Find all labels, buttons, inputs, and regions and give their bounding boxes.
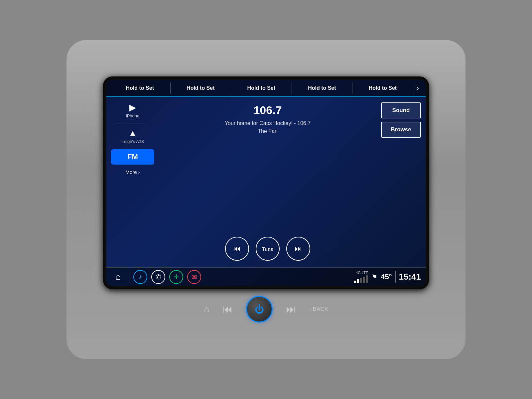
- temperature-display: 45°: [381, 273, 392, 281]
- carplay-icon: ▲: [128, 128, 137, 138]
- nav-icons: ⌂ ♪ ✆ ✛ ✉: [111, 270, 201, 284]
- power-knob[interactable]: ⏻: [246, 296, 273, 323]
- next-icon: ⏭: [295, 244, 302, 253]
- apps-icon: ✛: [174, 273, 179, 281]
- right-column: Sound Browse: [381, 101, 421, 263]
- carplay-source[interactable]: ▲ Leigh's A13: [120, 127, 145, 145]
- status-bar: ⌂ ♪ ✆ ✛ ✉: [106, 267, 426, 286]
- next-station-button[interactable]: ⏭: [286, 237, 310, 261]
- signal-bar-3: [360, 278, 362, 283]
- preset-3[interactable]: Hold to Set: [231, 82, 292, 94]
- location-icon: ⚑: [371, 273, 377, 281]
- source-divider: [115, 123, 150, 123]
- car-surround: Hold to Set Hold to Set Hold to Set Hold…: [66, 40, 466, 359]
- station-info: 106.7 Your home for Caps Hockey! - 106.7…: [225, 104, 311, 135]
- iphone-source[interactable]: ▶ iPhone: [125, 101, 141, 120]
- physical-controls: ⌂ ⏮ ⏻ ⏭ ‹ BACK: [66, 296, 466, 323]
- browse-button[interactable]: Browse: [381, 122, 421, 138]
- apps-nav-button[interactable]: ✛: [169, 270, 183, 284]
- back-label: ‹ BACK: [309, 306, 328, 313]
- home-icon: ⌂: [115, 272, 121, 282]
- signal-area: 4G LTE: [354, 271, 368, 283]
- home-nav-button[interactable]: ⌂: [111, 270, 125, 284]
- station-description-line1: Your home for Caps Hockey! - 106.7: [225, 119, 311, 127]
- more-icon: ›: [138, 169, 140, 175]
- status-right: 4G LTE ⚑ 45° 15:41: [354, 271, 421, 283]
- preset-2[interactable]: Hold to Set: [171, 82, 231, 94]
- station-frequency: 106.7: [225, 104, 311, 117]
- carplay-label: Leigh's A13: [122, 139, 144, 144]
- fm-band-button[interactable]: FM: [111, 149, 154, 165]
- station-description-line2: The Fan: [225, 127, 311, 135]
- navigation-nav-button[interactable]: ✉: [187, 270, 201, 284]
- preset-bar: Hold to Set Hold to Set Hold to Set Hold…: [106, 80, 426, 97]
- prev-icon: ⏮: [233, 244, 241, 253]
- physical-prev-button[interactable]: ⏮: [223, 304, 233, 315]
- screen-bezel: Hold to Set Hold to Set Hold to Set Hold…: [103, 76, 429, 289]
- preset-1[interactable]: Hold to Set: [110, 82, 171, 94]
- physical-next-button[interactable]: ⏭: [286, 304, 296, 315]
- preset-4[interactable]: Hold to Set: [292, 82, 353, 94]
- preset-next-button[interactable]: ›: [413, 84, 422, 92]
- status-divider: [395, 271, 396, 283]
- music-icon: ♪: [139, 273, 142, 281]
- signal-bar-2: [357, 279, 359, 283]
- sound-button[interactable]: Sound: [381, 102, 421, 118]
- left-column: ▶ iPhone ▲ Leigh's A13 FM More ›: [111, 101, 154, 263]
- preset-5[interactable]: Hold to Set: [352, 82, 413, 94]
- time-display: 15:41: [399, 272, 421, 282]
- phone-icon: ✆: [156, 273, 161, 281]
- iphone-label: iPhone: [126, 113, 139, 118]
- center-column: 106.7 Your home for Caps Hockey! - 106.7…: [158, 101, 377, 263]
- signal-bar-5: [366, 275, 368, 283]
- physical-home-button[interactable]: ⌂: [204, 304, 209, 315]
- nav-icon: ✉: [192, 273, 197, 281]
- transport-controls: ⏮ Tune ⏭: [225, 237, 310, 261]
- phone-nav-button[interactable]: ✆: [151, 270, 165, 284]
- physical-back-button[interactable]: ‹ BACK: [309, 306, 328, 313]
- music-nav-button[interactable]: ♪: [133, 270, 147, 284]
- signal-bars: [354, 275, 368, 283]
- signal-bar-1: [354, 281, 356, 283]
- iphone-icon: ▶: [129, 102, 136, 113]
- signal-label: 4G LTE: [356, 271, 368, 275]
- tune-label: Tune: [262, 246, 274, 252]
- more-button[interactable]: More ›: [125, 169, 140, 175]
- screen: Hold to Set Hold to Set Hold to Set Hold…: [106, 80, 426, 286]
- main-content: ▶ iPhone ▲ Leigh's A13 FM More ›: [106, 97, 426, 267]
- nav-divider: [129, 271, 129, 283]
- more-label: More: [125, 169, 137, 175]
- signal-bar-4: [363, 277, 365, 283]
- power-icon: ⏻: [255, 304, 264, 315]
- tune-button[interactable]: Tune: [256, 237, 280, 261]
- prev-station-button[interactable]: ⏮: [225, 237, 249, 261]
